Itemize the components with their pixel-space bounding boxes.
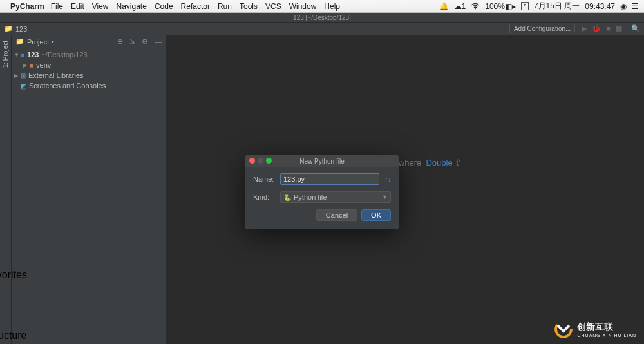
menu-help[interactable]: Help	[324, 2, 340, 11]
menu-run[interactable]: Run	[218, 2, 232, 11]
input-method-icon[interactable]: 🅂	[521, 2, 529, 11]
app-name[interactable]: PyCharm	[10, 2, 44, 11]
toolbar: 📁 123 Add Configuration... ▶ 🐞 ■ ▦ 🔍	[0, 23, 644, 35]
name-label: Name:	[253, 175, 280, 183]
name-input[interactable]	[280, 173, 379, 185]
menu-tools[interactable]: Tools	[240, 2, 258, 11]
notification-center-icon[interactable]: ☰	[632, 2, 639, 11]
menu-navigate[interactable]: Navigate	[117, 2, 147, 11]
svg-point-1	[556, 321, 571, 337]
project-panel-header: 📁 Project ▾ ⊕ ⇲ ⚙ —	[12, 35, 166, 48]
project-panel-title[interactable]: Project	[27, 38, 49, 46]
folder-icon: 📁	[4, 24, 13, 33]
menu-edit[interactable]: Edit	[71, 2, 84, 11]
layout-icon[interactable]: ▦	[616, 24, 622, 33]
add-configuration-button[interactable]: Add Configuration...	[509, 24, 575, 33]
dialog-title-text: New Python file	[299, 158, 344, 165]
tree-external-libraries[interactable]: ▶ ⊞ External Libraries	[12, 70, 166, 81]
scratches-icon: ◩	[21, 82, 26, 90]
tree-venv[interactable]: ▶ ■ venv	[12, 60, 166, 70]
project-panel: 📁 Project ▾ ⊕ ⇲ ⚙ — ▼ ■ 123 ~/Desktop/12…	[12, 35, 166, 344]
watermark-logo: 创新互联 CHUANG XIN HU LIAN	[554, 320, 636, 339]
chevron-down-icon: ▼	[382, 194, 388, 200]
menu-vcs[interactable]: VCS	[265, 2, 281, 11]
cancel-button[interactable]: Cancel	[316, 209, 357, 221]
new-python-file-dialog: New Python file Name: ↑↓ Kind: 🐍Python f…	[245, 155, 399, 229]
menu-window[interactable]: Window	[289, 2, 317, 11]
stop-icon[interactable]: ■	[606, 24, 611, 33]
ok-button[interactable]: OK	[361, 209, 391, 221]
gear-icon[interactable]: ⚙	[142, 37, 148, 46]
wifi-icon[interactable]	[471, 3, 480, 10]
menubar-date[interactable]: 7月15日 周一	[534, 1, 580, 12]
notification-icon[interactable]: 🔔	[439, 2, 449, 11]
wechat-icon[interactable]: ☁ 1	[454, 2, 466, 11]
mac-menubar: PyCharm File Edit View Navigate Code Ref…	[0, 0, 644, 13]
close-icon[interactable]	[249, 158, 255, 164]
menu-code[interactable]: Code	[155, 2, 173, 11]
project-tree: ▼ ■ 123 ~/Desktop/123 ▶ ■ venv ▶ ⊞ Exter…	[12, 48, 166, 92]
tab-favorites[interactable]: 2: Favorites	[0, 258, 27, 281]
python-file-icon: 🐍	[283, 194, 291, 201]
window-titlebar: 123 [~/Desktop/123]	[0, 13, 644, 23]
folder-icon: 📁	[15, 37, 24, 46]
tab-structure[interactable]: 7: Structure	[0, 318, 26, 341]
library-icon: ⊞	[21, 72, 26, 79]
folder-icon: ■	[21, 52, 24, 59]
tree-root[interactable]: ▼ ■ 123 ~/Desktop/123	[12, 50, 166, 60]
menu-refactor[interactable]: Refactor	[181, 2, 210, 11]
run-icon[interactable]: ▶	[582, 24, 587, 33]
svg-point-0	[475, 8, 476, 9]
expand-arrow-icon[interactable]: ▼	[14, 52, 21, 58]
chevron-down-icon[interactable]: ▾	[52, 39, 54, 44]
expand-arrow-icon[interactable]: ▶	[14, 73, 21, 79]
minimize-icon	[258, 158, 263, 164]
hide-icon[interactable]: —	[155, 37, 162, 46]
siri-icon[interactable]: ◉	[620, 2, 627, 11]
collapse-icon[interactable]: ⇲	[129, 37, 135, 46]
search-icon[interactable]: 🔍	[631, 24, 640, 33]
breadcrumb[interactable]: 123	[15, 25, 27, 33]
tab-project[interactable]: 1: Project	[2, 38, 9, 70]
locate-icon[interactable]: ⊕	[117, 37, 123, 46]
kind-label: Kind:	[253, 193, 280, 201]
window-title: 123 [~/Desktop/123]	[293, 14, 351, 21]
menu-file[interactable]: File	[51, 2, 63, 11]
editor-area: Search Everywhere Double ⇧	[166, 35, 644, 344]
expand-arrow-icon[interactable]: ▶	[23, 62, 30, 68]
logo-icon	[554, 320, 573, 339]
search-shortcut[interactable]: Double ⇧	[426, 158, 462, 167]
tree-scratches[interactable]: ◩ Scratches and Consoles	[12, 81, 166, 91]
history-arrows-icon[interactable]: ↑↓	[384, 176, 391, 183]
menubar-time[interactable]: 09:43:47	[585, 2, 615, 11]
menu-view[interactable]: View	[92, 2, 109, 11]
battery-status[interactable]: 100% ◧▸	[485, 2, 516, 11]
kind-select[interactable]: 🐍Python file ▼	[280, 191, 391, 203]
maximize-icon[interactable]	[266, 158, 272, 164]
folder-icon: ■	[30, 62, 33, 69]
debug-icon[interactable]: 🐞	[592, 24, 601, 33]
dialog-titlebar: New Python file	[245, 155, 399, 167]
